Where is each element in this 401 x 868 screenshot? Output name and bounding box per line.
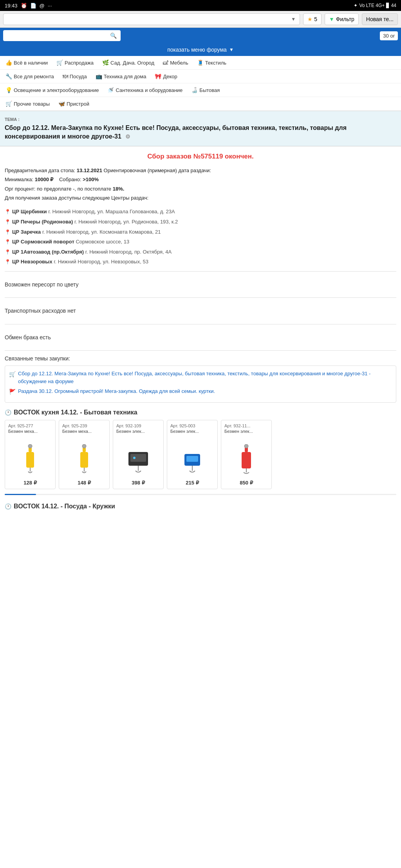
products-scroll[interactable]: Арт. 925-277 Безмен меха... 128 ₽ Арт. 9… [5,420,396,492]
product-image [123,444,154,475]
filter-button[interactable]: ▼ Фильтр [325,13,359,25]
product-price: 128 ₽ [8,480,52,486]
product-card[interactable]: Арт. 925-277 Безмен меха... 128 ₽ [5,420,56,489]
nav-lighting[interactable]: 💡 Освещение и электрооборудование [2,85,102,95]
product-card[interactable]: Арт. 932-109 Безмен элек... 398 ₽ [113,420,164,489]
stop-date-value: 13.12.2021 [77,167,102,173]
center-name: ЦР Невзоровых [12,259,52,265]
nav-dishes[interactable]: 🍽 Посуда [60,71,90,81]
stop-date-label: Предварительная дата стопа: [5,167,75,173]
resort-info: Возможен пересорт по цвету [5,276,396,293]
collected-label: Собрано: [59,176,81,182]
main-content: Сбор заказов №575119 окончен. Предварите… [0,146,401,524]
product-section-title: 🕐 ВОСТОК кухня 14.12. - Бытовая техника [5,409,396,416]
product-price: 215 ₽ [170,480,214,486]
forum-menu-bar[interactable]: показать меню форума ▼ [0,43,401,56]
nav-label: Сад. Дача. Огород [110,60,154,66]
stars-button[interactable]: ★ 5 [303,13,322,25]
product-section: 🕐 ВОСТОК кухня 14.12. - Бытовая техника … [5,409,396,495]
thumbs-icon: 👍 [5,59,12,66]
order-closed-text: Сбор заказов №575119 окончен. [5,153,396,160]
scroll-thumb [5,494,36,495]
exchange-info: Обмен брака есть [5,329,396,346]
center-name: ЦР Печеры (Родионова) [12,219,73,225]
delivery-center-item: 📍 ЦР Щербинки г. Нижний Новгород, ул. Ма… [5,207,396,216]
pin-icon: 📍 [5,228,11,237]
nav-furniture[interactable]: 🛋 Мебель [160,58,191,68]
nav-label: Техника для дома [104,74,146,79]
bluetooth-icon: ✦ [354,3,358,8]
nav-all-available[interactable]: 👍 Всё в наличии [2,58,51,68]
product-img-wrap [8,442,52,477]
nav-garden[interactable]: 🌿 Сад. Дача. Огород [99,58,157,68]
center-name: ЦР Щербинки [12,209,47,214]
search-input-wrap[interactable]: 🔍 [3,30,121,41]
nav-label: Декор [163,74,177,79]
main-search-box[interactable]: ▼ [3,13,300,25]
product-price: 398 ₽ [116,480,160,486]
pin-icon: 📍 [5,258,11,267]
dist-date-label: Ориентировочная (примерная) дата раздачи… [104,167,211,173]
textile-icon: 🧵 [197,59,204,66]
scroll-indicator [5,494,396,495]
related-link[interactable]: 🛒 Сбор до 12.12. Мега-Закупка по Кухне! … [9,370,392,385]
product-card[interactable]: Арт. 932-11... Безмен элек... 850 ₽ [221,420,272,489]
nav-label: Мебель [170,60,188,66]
forum-menu-label[interactable]: показать меню форума [167,47,227,53]
nav-home-tech[interactable]: 📺 Техника для дома [92,71,150,81]
status-bar: 19:43 ⏰ 📄 @ ··· ✦ Vo LTE 4G+ ▊ 44 [0,0,401,11]
svg-rect-9 [130,454,146,462]
product-img-wrap [170,442,214,477]
nav-label: Посуда [70,74,87,79]
topic-title-bar: ТЕМА : Сбор до 12.12. Мега-Закупка по Ку… [0,111,401,146]
nav-row-2: 🔧 Все для ремонта 🍽 Посуда 📺 Техника для… [0,70,401,83]
nav-plumbing[interactable]: 🚿 Сантехника и оборудование [104,85,186,95]
flag-icon: 🚩 [9,388,16,396]
product-img-wrap [224,442,268,477]
delivery-centers: 📍 ЦР Щербинки г. Нижний Новгород, ул. Ма… [5,207,396,267]
new-theme-label: Новая те... [366,16,394,22]
product-name: Безмен элек... [116,429,160,440]
product-art: Арт. 925-277 [8,423,52,428]
svg-point-16 [244,444,248,448]
center-name: ЦР 1Автозавод (пр.Октября) [12,249,84,255]
category-nav: 👍 Всё в наличии 🛒 Распродажа 🌿 Сад. Дача… [0,56,401,111]
delivery-center-item: 📍 ЦР Печеры (Родионова) г. Нижний Новгор… [5,217,396,227]
settings-icon[interactable]: ⚙ [125,133,130,140]
butterfly-icon: 🦋 [58,101,65,107]
product-art: Арт. 925-003 [170,423,214,428]
divider-4 [5,350,396,351]
new-theme-button[interactable]: Новая те... [362,13,398,25]
related-link-text: Сбор до 12.12. Мега-Закупка по Кухне! Ес… [18,370,392,385]
product-card[interactable]: Арт. 925-003 Безмен элек... 215 ₽ [167,420,218,489]
product-img-wrap [116,442,160,477]
repair-icon: 🔧 [5,73,12,79]
center-addr: Сормовское шоссе, 13 [76,239,129,245]
product-name: Безмен элек... [224,429,268,440]
plumbing-icon: 🚿 [107,87,114,93]
dropdown-arrow-icon: ▼ [291,16,296,22]
nav-household[interactable]: 🍶 Бытовая [188,85,223,95]
nav-sale[interactable]: 🛒 Распродажа [53,58,97,68]
pin-icon: 📍 [5,208,11,216]
svg-rect-6 [80,452,88,468]
delivery-center-item: 📍 ЦР Сормовский поворот Сормовское шоссе… [5,237,396,247]
garden-icon: 🌿 [102,59,109,66]
nav-other[interactable]: 🛒 Прочие товары [2,99,53,109]
svg-point-5 [82,444,86,448]
related-link[interactable]: 🚩 Раздача 30.12. Огромный пристрой! Мега… [9,387,392,396]
time-display: 19:43 [5,3,18,9]
nav-repair[interactable]: 🔧 Все для ремонта [2,71,57,81]
sale-icon: 🛒 [56,59,63,66]
nav-pристрой[interactable]: 🦋 Пристрой [55,99,92,109]
nav-label: Распродажа [65,60,94,66]
nav-textile[interactable]: 🧵 Текстиль [194,58,229,68]
product-image [69,444,100,475]
delivery-center-item: 📍 ЦР 1Автозавод (пр.Октября) г. Нижний Н… [5,247,396,257]
product-card[interactable]: Арт. 925-239 Безмен меха... 148 ₽ [59,420,110,489]
min-value: 10000 ₽ [35,176,54,182]
search-input[interactable] [7,32,110,39]
nav-decor[interactable]: 🎀 Декор [152,71,180,81]
decor-icon: 🎀 [155,73,161,79]
lighting-icon: 💡 [5,87,12,93]
